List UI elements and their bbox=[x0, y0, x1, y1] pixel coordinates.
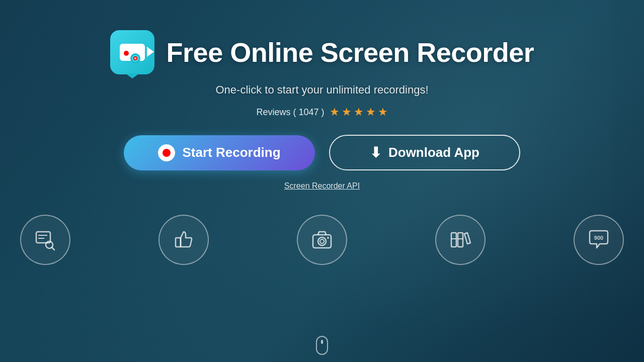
app-logo bbox=[110, 30, 154, 74]
page-subtitle: One-click to start your unlimited record… bbox=[215, 83, 428, 97]
buttons-row: Start Recording ⬇ Download App bbox=[124, 135, 520, 170]
scroll-indicator bbox=[316, 336, 328, 355]
star-5: ★ bbox=[378, 106, 388, 119]
camera-lens-inner bbox=[133, 56, 137, 60]
search-icon-circle[interactable] bbox=[20, 215, 70, 265]
photo-camera-icon bbox=[310, 228, 334, 252]
search-icon bbox=[33, 228, 57, 252]
camera-lens-shape bbox=[130, 53, 140, 63]
api-link[interactable]: Screen Recorder API bbox=[284, 182, 360, 191]
camera-icon-circle[interactable] bbox=[297, 215, 347, 265]
svg-point-8 bbox=[320, 239, 324, 243]
star-4: ★ bbox=[366, 106, 376, 119]
star-1: ★ bbox=[330, 106, 340, 119]
svg-point-9 bbox=[327, 237, 329, 239]
reviews-row: Reviews ( 1047 ) ★ ★ ★ ★ ★ bbox=[256, 106, 387, 119]
svg-text:900: 900 bbox=[594, 235, 603, 241]
page-title: Free Online Screen Recorder bbox=[167, 37, 534, 68]
chat-icon-circle[interactable]: 900 bbox=[574, 215, 624, 265]
star-2: ★ bbox=[342, 106, 352, 119]
camera-body-shape bbox=[120, 44, 145, 61]
download-app-button[interactable]: ⬇ Download App bbox=[329, 135, 520, 170]
main-content: Free Online Screen Recorder One-click to… bbox=[0, 0, 644, 265]
books-icon-circle[interactable] bbox=[435, 215, 486, 265]
svg-line-4 bbox=[52, 247, 54, 250]
reviews-text: Reviews ( 1047 ) bbox=[256, 107, 324, 118]
thumbsup-icon-circle[interactable] bbox=[158, 215, 209, 265]
start-recording-label: Start Recording bbox=[182, 145, 280, 160]
scroll-oval bbox=[316, 336, 328, 355]
star-rating: ★ ★ ★ ★ ★ bbox=[330, 106, 388, 119]
thumbsup-icon bbox=[172, 228, 196, 252]
record-dot-icon bbox=[163, 149, 171, 157]
download-icon: ⬇ bbox=[370, 146, 381, 160]
record-dot-shape bbox=[124, 51, 129, 56]
svg-rect-10 bbox=[451, 233, 456, 247]
chat-badge-icon: 900 bbox=[587, 228, 611, 252]
camera-triangle-shape bbox=[147, 47, 154, 57]
svg-point-7 bbox=[318, 237, 326, 245]
download-app-label: Download App bbox=[388, 145, 479, 160]
svg-rect-11 bbox=[458, 233, 463, 247]
start-recording-button[interactable]: Start Recording bbox=[124, 135, 315, 170]
header-row: Free Online Screen Recorder bbox=[110, 30, 534, 74]
bottom-icons-row: 900 bbox=[0, 215, 644, 265]
record-button-icon bbox=[158, 144, 175, 161]
books-icon bbox=[448, 228, 472, 252]
star-3: ★ bbox=[354, 106, 364, 119]
svg-rect-5 bbox=[176, 238, 181, 247]
scroll-dot bbox=[321, 340, 323, 344]
